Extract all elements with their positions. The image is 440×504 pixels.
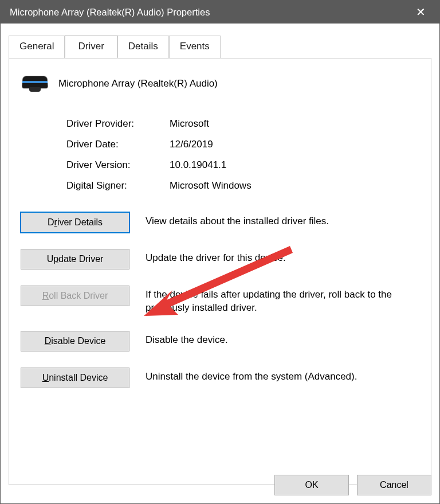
device-icon bbox=[21, 72, 49, 95]
info-row-provider: Driver Provider: Microsoft bbox=[66, 118, 419, 130]
titlebar: Microphone Array (Realtek(R) Audio) Prop… bbox=[1, 1, 439, 24]
cancel-button[interactable]: Cancel bbox=[357, 475, 431, 495]
info-row-date: Driver Date: 12/6/2019 bbox=[66, 139, 419, 150]
provider-value: Microsoft bbox=[170, 118, 209, 130]
device-name: Microphone Array (Realtek(R) Audio) bbox=[58, 78, 218, 89]
window-title: Microphone Array (Realtek(R) Audio) Prop… bbox=[10, 7, 411, 18]
roll-back-driver-desc: If the device fails after updating the d… bbox=[146, 286, 398, 315]
action-row-rollback: Roll Back Driver If the device fails aft… bbox=[21, 286, 419, 315]
close-icon[interactable]: ✕ bbox=[411, 5, 430, 19]
tab-details[interactable]: Details bbox=[117, 36, 169, 58]
date-label: Driver Date: bbox=[66, 139, 170, 150]
roll-back-driver-button: Roll Back Driver bbox=[21, 286, 129, 306]
version-value: 10.0.19041.1 bbox=[170, 159, 226, 171]
tab-driver[interactable]: Driver bbox=[65, 35, 117, 58]
content-area: General Driver Details Events Microphone… bbox=[1, 24, 439, 503]
update-driver-button[interactable]: Update Driver bbox=[21, 249, 129, 269]
action-row-update: Update Driver Update the driver for this… bbox=[21, 249, 419, 269]
action-row-disable: Disable Device Disable the device. bbox=[21, 331, 419, 351]
version-label: Driver Version: bbox=[66, 159, 170, 171]
disable-device-desc: Disable the device. bbox=[146, 331, 228, 347]
action-row-details: Driver Details View details about the in… bbox=[21, 212, 419, 233]
info-row-signer: Digital Signer: Microsoft Windows bbox=[66, 180, 419, 192]
provider-label: Driver Provider: bbox=[66, 118, 170, 130]
update-driver-desc: Update the driver for this device. bbox=[146, 249, 286, 265]
dialog-footer: OK Cancel bbox=[274, 475, 431, 495]
info-row-version: Driver Version: 10.0.19041.1 bbox=[66, 159, 419, 171]
uninstall-device-button[interactable]: Uninstall Device bbox=[21, 368, 129, 388]
device-header: Microphone Array (Realtek(R) Audio) bbox=[21, 72, 419, 95]
driver-details-button[interactable]: Driver Details bbox=[21, 212, 129, 233]
driver-info-grid: Driver Provider: Microsoft Driver Date: … bbox=[66, 118, 419, 192]
signer-label: Digital Signer: bbox=[66, 180, 170, 192]
driver-tab-panel: Microphone Array (Realtek(R) Audio) Driv… bbox=[9, 58, 431, 485]
signer-value: Microsoft Windows bbox=[170, 180, 252, 192]
tab-strip: General Driver Details Events bbox=[9, 35, 431, 58]
disable-device-button[interactable]: Disable Device bbox=[21, 331, 129, 351]
properties-dialog: Microphone Array (Realtek(R) Audio) Prop… bbox=[0, 0, 440, 504]
uninstall-device-desc: Uninstall the device from the system (Ad… bbox=[146, 368, 357, 384]
ok-button[interactable]: OK bbox=[274, 475, 349, 495]
date-value: 12/6/2019 bbox=[170, 139, 213, 150]
driver-details-desc: View details about the installed driver … bbox=[146, 212, 329, 228]
tab-general[interactable]: General bbox=[9, 36, 65, 58]
tab-events[interactable]: Events bbox=[169, 36, 221, 58]
action-row-uninstall: Uninstall Device Uninstall the device fr… bbox=[21, 368, 419, 388]
